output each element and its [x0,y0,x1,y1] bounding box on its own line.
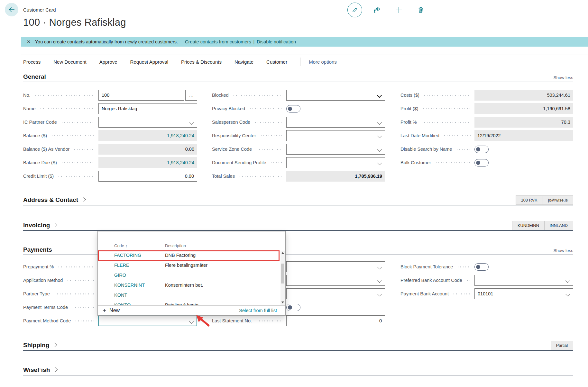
disable-search-by-name-toggle[interactable] [474,146,489,153]
new-button[interactable] [392,3,406,17]
plus-icon [395,6,403,14]
chevron-down-icon [377,134,382,138]
dropdown-row-kont[interactable]: KONT [98,290,285,300]
menu-item-approve[interactable]: Approve [99,59,117,65]
dropdown-scrollbar[interactable] [280,251,285,305]
payment-tolerance-toggle[interactable] [286,304,300,311]
back-button[interactable] [5,3,18,16]
field-no: No. 100 … [23,90,197,101]
field-credit-limit: Credit Limit ($) 0.00 [23,171,197,182]
general-section-title[interactable]: General [23,73,46,82]
field-name: Name Norges Rafisklag [23,103,197,114]
chevron-down-icon [189,319,194,324]
general-fields: No. 100 … Name Norges Rafisklag IC Partn… [23,90,573,184]
chevron-down-icon [189,120,194,125]
notification-action-link[interactable]: Create contacts from customers [185,39,251,44]
breadcrumb: Customer Card [23,7,56,13]
menu-item-navigate[interactable]: Navigate [234,59,253,65]
share-button[interactable] [370,3,384,17]
salesperson-code-select[interactable] [286,117,385,128]
scroll-down-icon[interactable] [281,302,284,303]
field-balance: Balance ($) 1,918,240.24 [23,130,197,141]
badge-shipping-advice: Partial [551,341,573,350]
field-bulk-customer: Bulk Customer [400,157,573,168]
shipping-section-title[interactable]: Shipping [23,342,56,350]
field-profit: Profit ($) 1,190,691.58 [400,103,573,114]
field-balance-due: Balance Due ($) 1,918,240.24 [23,157,197,168]
payments-show-less[interactable]: Show less [553,248,573,255]
privacy-blocked-toggle[interactable] [286,105,300,113]
delete-button[interactable] [414,3,428,17]
chevron-down-icon [377,278,382,283]
address-contact-badges: 108 RVK jo@wise.is [516,195,573,205]
dropdown-new-button[interactable]: +New [103,307,120,314]
chevron-down-icon [377,265,382,269]
menu-item-customer[interactable]: Customer [266,59,287,65]
no-input[interactable]: 100 [98,90,184,101]
credit-limit-input[interactable]: 0.00 [98,171,197,182]
chevron-down-icon [377,292,382,296]
payments-col2-select-1[interactable] [286,261,385,272]
invoicing-section-title[interactable]: Invoicing [23,222,57,230]
last-statement-no-input[interactable]: 0 [286,315,385,326]
chevron-right-icon [53,367,58,372]
service-zone-code-select[interactable] [286,144,385,155]
payments-col2-select-2[interactable] [286,275,385,286]
wisefish-section-title[interactable]: WiseFish [23,366,57,375]
field-total-sales: Total Sales 1,785,936.19 [212,171,385,182]
column-header-description[interactable]: Description [165,243,186,248]
edit-button[interactable] [347,3,362,17]
no-assist-edit-button[interactable]: … [185,90,197,101]
page-title: 100 · Norges Rafisklag [23,17,126,28]
responsibility-center-select[interactable] [286,130,385,141]
field-last-statement-no: Last Statement No. 0 [212,315,385,326]
field-profit-pct: Profit % 70.3 [400,117,573,128]
bulk-customer-toggle[interactable] [474,159,489,166]
balance-value-link[interactable]: 1,918,240.24 [98,130,197,141]
scroll-up-icon[interactable] [281,252,284,254]
blocked-select[interactable] [286,90,385,101]
menu-item-request-approval[interactable]: Request Approval [130,59,168,65]
dropdown-rows: FACTORING DNB Factoring FLERE Flere beta… [98,250,285,307]
dropdown-row-giro[interactable]: GIRO [98,270,285,280]
dropdown-row-factoring[interactable]: FACTORING DNB Factoring [98,250,285,260]
document-sending-profile-select[interactable] [286,157,385,168]
dropdown-row-konsernint[interactable]: KONSERNINT Konsernintern bet. [98,280,285,290]
payment-bank-account-select[interactable]: 010101 [474,288,573,299]
costs-value: 503,244.61 [474,90,573,101]
chevron-down-icon [377,120,382,125]
menu-item-new-document[interactable]: New Document [53,59,87,65]
field-payment-method-code: Payment Method Code [23,315,197,326]
scrollbar-thumb[interactable] [281,264,284,284]
notification-close-icon[interactable]: ✕ [27,39,31,44]
last-date-modified-value: 12/19/2022 [474,130,573,141]
general-show-less[interactable]: Show less [553,75,573,82]
address-contact-section-title[interactable]: Address & Contact [23,196,85,205]
field-payment-bank-account: Payment Bank Account 010101 [400,288,573,299]
dropdown-row-flere[interactable]: FLERE Flere betalingsmåter [98,260,285,270]
name-input[interactable]: Norges Rafisklag [98,103,197,114]
field-blocked: Blocked [212,90,385,101]
payment-method-code-combobox[interactable] [98,315,197,326]
notification-bar: ✕ You can create contacts automatically … [21,37,588,47]
preferred-bank-account-code-select[interactable] [474,275,573,286]
badge-email: jo@wise.is [543,196,573,204]
field-preferred-bank-account-code: Preferred Bank Account Code [400,275,573,286]
payments-section-title[interactable]: Payments [23,246,52,255]
invoicing-badges: KUNDEINN INNLAND [512,221,573,230]
menu-item-process[interactable]: Process [23,59,41,65]
menu-item-prices-discounts[interactable]: Prices & Discounts [181,59,222,65]
notification-dismiss-link[interactable]: Disable notification [257,39,296,44]
trash-icon [417,6,425,14]
notification-message: You can create contacts automatically fr… [35,39,178,44]
balance-due-value-link[interactable]: 1,918,240.24 [98,157,197,168]
edit-pencil-icon [352,7,358,13]
select-from-full-list-link[interactable]: Select from full list [239,308,277,313]
field-disable-search-by-name: Disable Search by Name [400,144,573,155]
more-options[interactable]: More options [309,59,337,65]
block-payment-tolerance-toggle[interactable] [474,263,489,271]
payments-col2-select-3[interactable] [286,288,385,299]
column-header-code[interactable]: Code ↑ [98,243,165,248]
field-privacy-blocked: Privacy Blocked [212,103,385,114]
ic-partner-code-select[interactable] [98,117,197,128]
